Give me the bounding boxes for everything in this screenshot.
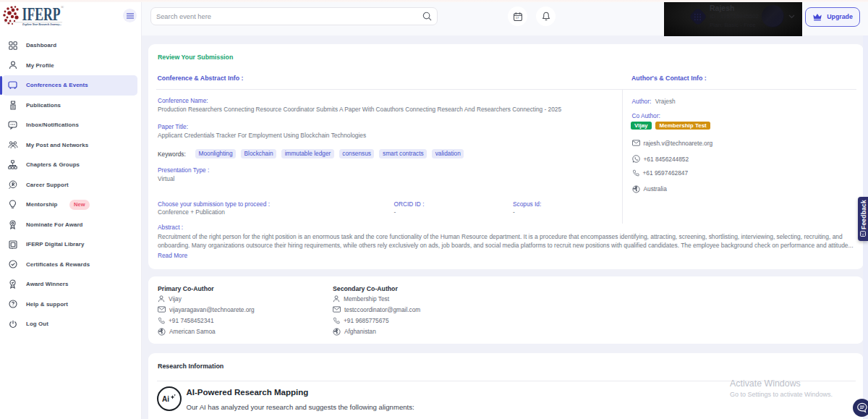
svg-text:Explore Your Research Journey.: Explore Your Research Journey... [22,22,61,26]
svg-text:17: 17 [515,16,519,20]
svg-text:Ai: Ai [162,395,169,403]
svg-text:®: ® [61,5,64,9]
svg-text:IFERP: IFERP [22,4,61,24]
